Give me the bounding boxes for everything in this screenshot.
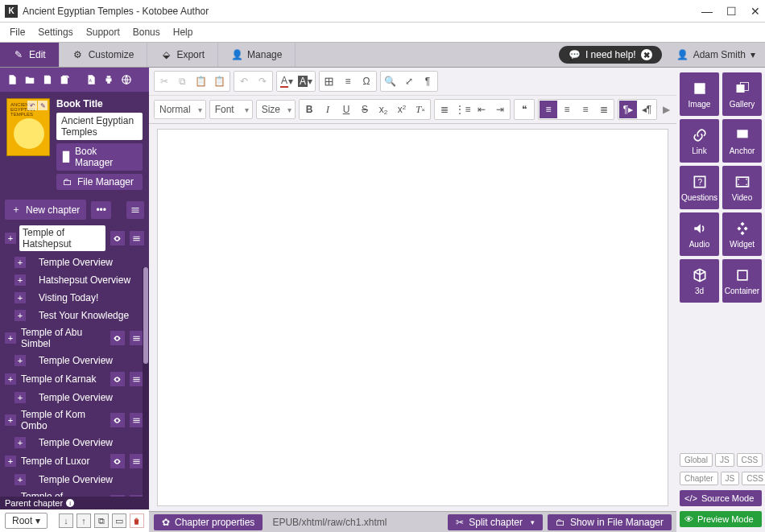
print-icon[interactable] (101, 72, 116, 87)
chapter-row[interactable]: +Visting Today! (0, 289, 149, 307)
root-select[interactable]: Root▾ (5, 513, 48, 529)
split-chapter-button[interactable]: ✂Split chapter (448, 514, 543, 530)
table-button[interactable] (320, 72, 338, 90)
chip-chapter[interactable]: Chapter (680, 472, 718, 485)
bulletlist-button[interactable]: ⋮≡ (454, 101, 472, 118)
blocks-button[interactable]: ¶ (419, 72, 436, 90)
tile-gallery[interactable]: Gallery (722, 72, 762, 116)
indent-button[interactable]: ⇥ (491, 101, 509, 118)
visibility-toggle[interactable] (110, 413, 125, 427)
add-subchapter-button[interactable]: + (14, 257, 26, 268)
chapter-row[interactable]: +Temple Overview (0, 434, 149, 452)
tile-anchor[interactable]: Anchor (722, 119, 762, 163)
font-select[interactable]: Font (209, 100, 253, 119)
add-subchapter-button[interactable]: + (14, 392, 26, 403)
chapter-row[interactable]: +Temple Overview (0, 352, 149, 369)
underline-button[interactable]: U (337, 101, 355, 118)
move-up-button[interactable]: ↑ (76, 513, 91, 528)
chip-js2[interactable]: JS (721, 472, 740, 485)
editor-canvas[interactable] (157, 129, 668, 506)
italic-button[interactable]: I (319, 101, 337, 118)
copy-button[interactable]: ⧉ (174, 72, 192, 90)
tab-export[interactable]: ⬙ Export (147, 43, 218, 67)
copy-chapter-button[interactable]: ⧉ (94, 513, 109, 528)
user-menu[interactable]: 👤 Adam Smith ▾ (667, 43, 765, 67)
zoom-button[interactable]: 🔍 (382, 72, 399, 90)
quote-button[interactable]: ❝ (515, 101, 533, 118)
add-subchapter-button[interactable]: + (14, 437, 26, 448)
show-in-file-manager-button[interactable]: 🗀Show in File Manager (548, 514, 672, 530)
info-icon[interactable]: i (66, 499, 74, 507)
move-down-button[interactable]: ↓ (59, 513, 73, 528)
add-subchapter-button[interactable]: + (5, 332, 16, 344)
chip-css[interactable]: CSS (737, 453, 763, 467)
add-subchapter-button[interactable]: + (5, 233, 16, 244)
numlist-button[interactable]: ≣ (436, 101, 453, 118)
tab-manage[interactable]: 👤 Manage (218, 43, 296, 67)
tab-edit[interactable]: ✎ Edit (0, 43, 60, 67)
book-cover[interactable]: ANCIENT EGYPTIAN TEMPLES ↶ ✎ (6, 98, 50, 156)
tab-customize[interactable]: ⚙ Customize (60, 43, 148, 67)
tile-image[interactable]: Image (680, 72, 719, 116)
tile-questions[interactable]: ?Questions (680, 166, 719, 209)
add-subchapter-button[interactable]: + (14, 474, 26, 485)
add-subchapter-button[interactable]: + (14, 310, 26, 321)
clear-format-button[interactable]: T× (411, 101, 429, 118)
chapter-row[interactable]: +Temple Overview (0, 471, 149, 489)
cut-button[interactable]: ✂ (155, 72, 173, 90)
help-pill[interactable]: 💬 I need help! ✖ (559, 46, 662, 64)
align-left-button[interactable]: ≡ (540, 101, 557, 118)
chapter-row[interactable]: +Temple Overview (0, 254, 149, 271)
add-subchapter-button[interactable]: + (14, 274, 26, 286)
sidebar-scrollbar[interactable] (143, 267, 149, 498)
paste-button[interactable]: 📋 (192, 72, 210, 90)
chip-js[interactable]: JS (715, 453, 734, 467)
menu-support[interactable]: Support (80, 25, 126, 39)
globe-icon[interactable] (119, 72, 134, 87)
tile-3d[interactable]: 3d (680, 259, 719, 303)
align-right-button[interactable]: ≡ (577, 101, 594, 118)
add-subchapter-button[interactable]: + (14, 292, 26, 303)
chapter-properties-button[interactable]: ✿Chapter properties (154, 514, 263, 530)
tile-link[interactable]: Link (680, 119, 719, 163)
save-icon[interactable] (40, 72, 55, 87)
toolbar-more-button[interactable]: ▶ (660, 104, 672, 115)
preview-mode-button[interactable]: 👁Preview Mode (680, 511, 762, 527)
chapter-row[interactable]: +Temple of Kom Ombo (0, 406, 149, 434)
file-manager-button[interactable]: 🗀File Manager (56, 174, 143, 190)
maximize-button[interactable]: ☐ (726, 6, 736, 16)
minimize-button[interactable]: — (702, 6, 712, 16)
chip-css2[interactable]: CSS (742, 472, 765, 485)
rtl-button[interactable]: ◂¶ (638, 101, 655, 118)
menu-bonus[interactable]: Bonus (126, 25, 167, 39)
redo-button[interactable]: ↷ (254, 72, 271, 90)
close-button[interactable]: ✕ (751, 6, 760, 16)
visibility-toggle[interactable] (110, 331, 125, 345)
add-subchapter-button[interactable]: + (5, 414, 16, 426)
new-file-icon[interactable] (5, 72, 19, 87)
chapter-row[interactable]: +Temple of Ramesseum (0, 489, 149, 497)
add-subchapter-button[interactable]: + (14, 355, 26, 366)
add-subchapter-button[interactable]: + (5, 456, 16, 467)
menu-help[interactable]: Help (167, 25, 200, 39)
source-mode-button[interactable]: </>Source Mode (680, 490, 762, 506)
chapter-row[interactable]: +Temple of Luxor (0, 452, 149, 471)
add-subchapter-button[interactable]: + (5, 373, 16, 385)
superscript-button[interactable]: x2 (393, 101, 411, 118)
delete-chapter-button[interactable] (130, 513, 144, 528)
tile-container[interactable]: Container (722, 259, 762, 303)
new-chapter-button[interactable]: ＋New chapter (5, 200, 86, 220)
omega-button[interactable]: Ω (358, 72, 375, 90)
bg-color-button[interactable]: A▾ (296, 72, 314, 90)
chapter-row[interactable]: +Temple of Karnak (0, 369, 149, 389)
cover-edit-icon[interactable]: ✎ (38, 101, 48, 110)
ltr-button[interactable]: ¶▸ (619, 101, 637, 118)
cover-undo-icon[interactable]: ↶ (27, 101, 37, 110)
bold-button[interactable]: B (300, 101, 318, 118)
tile-widget[interactable]: Widget (722, 212, 762, 256)
size-select[interactable]: Size (256, 100, 296, 119)
style-select[interactable]: Normal (154, 100, 206, 119)
tile-video[interactable]: Video (722, 166, 762, 209)
chapter-menu-button[interactable] (126, 201, 144, 219)
chapter-more-button[interactable]: ••• (91, 201, 111, 219)
